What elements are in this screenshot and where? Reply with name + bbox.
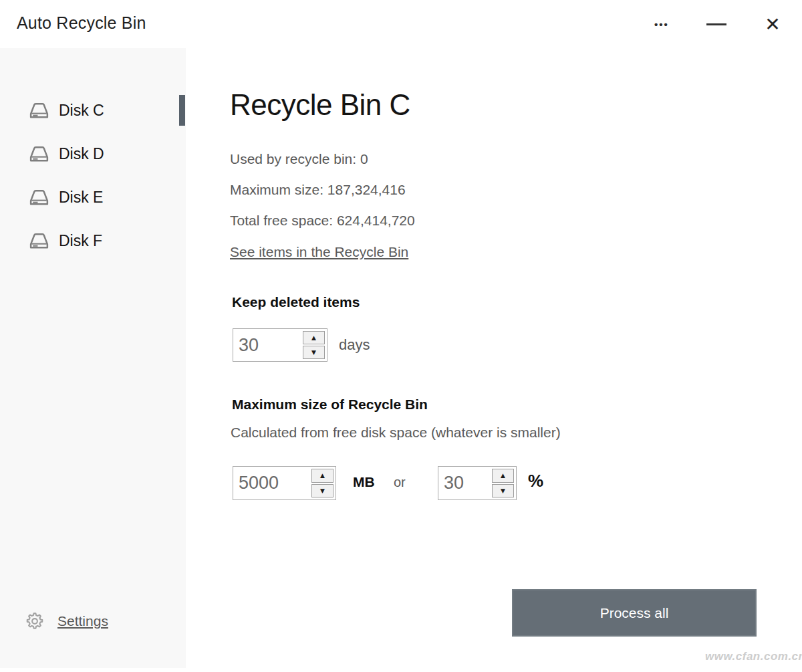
percent-unit-label: % (528, 471, 543, 491)
sidebar-item-label: Disk E (59, 189, 103, 207)
settings-link[interactable]: Settings (57, 613, 108, 629)
mb-input[interactable] (233, 467, 311, 499)
days-spinner: ▲ ▼ (233, 328, 327, 362)
stat-maximum-size: Maximum size: 187,324,416 (230, 182, 406, 198)
close-button[interactable]: ✕ (754, 7, 791, 41)
mb-spinner: ▲ ▼ (233, 466, 336, 500)
maximum-size-description: Calculated from free disk space (whateve… (231, 425, 561, 441)
process-all-button[interactable]: Process all (512, 589, 757, 637)
days-spin-buttons: ▲ ▼ (303, 331, 325, 359)
sidebar-item-disk-f[interactable]: Disk F (0, 220, 186, 261)
disk-icon (28, 144, 50, 163)
sidebar-item-settings[interactable]: Settings (0, 604, 186, 639)
percent-spin-buttons: ▲ ▼ (492, 469, 514, 497)
disk-icon (28, 231, 50, 250)
spin-up-icon[interactable]: ▲ (303, 331, 325, 344)
mb-unit-label: MB (353, 474, 375, 490)
minimize-button[interactable] (698, 7, 735, 41)
stat-used-by-recycle-bin: Used by recycle bin: 0 (230, 151, 368, 167)
percent-spinner: ▲ ▼ (438, 466, 517, 500)
minimize-icon (706, 23, 726, 25)
gear-icon (25, 611, 45, 631)
sidebar-item-disk-c[interactable]: Disk C (0, 90, 186, 131)
spin-up-icon[interactable]: ▲ (311, 469, 333, 483)
maximum-size-label: Maximum size of Recycle Bin (232, 397, 428, 413)
main-panel: Recycle Bin C Used by recycle bin: 0 Max… (186, 48, 802, 672)
days-input[interactable] (233, 329, 303, 361)
watermark: www.cfan.com.cn (705, 650, 799, 663)
titlebar: Auto Recycle Bin ••• ✕ (0, 0, 802, 48)
days-unit-label: days (339, 336, 370, 354)
spin-down-icon[interactable]: ▼ (492, 484, 514, 498)
menu-dots-icon[interactable]: ••• (643, 7, 680, 41)
spin-up-icon[interactable]: ▲ (492, 469, 514, 483)
disk-icon (28, 188, 50, 207)
spin-down-icon[interactable]: ▼ (311, 484, 333, 498)
sidebar-item-label: Disk C (59, 102, 104, 120)
see-items-link[interactable]: See items in the Recycle Bin (230, 244, 408, 260)
keep-deleted-items-label: Keep deleted items (232, 294, 360, 310)
disk-icon (28, 101, 50, 120)
mb-spin-buttons: ▲ ▼ (311, 469, 333, 497)
or-label: or (394, 475, 406, 490)
sidebar-item-disk-d[interactable]: Disk D (0, 133, 186, 175)
spin-down-icon[interactable]: ▼ (303, 346, 325, 359)
stat-total-free-space: Total free space: 624,414,720 (230, 213, 415, 229)
percent-input[interactable] (438, 467, 492, 499)
sidebar-item-label: Disk F (59, 232, 102, 250)
sidebar-item-label: Disk D (59, 145, 104, 163)
sidebar-item-disk-e[interactable]: Disk E (0, 177, 186, 218)
page-title: Recycle Bin C (230, 88, 410, 122)
sidebar: Disk C Disk D Disk E Disk F Settings (0, 48, 186, 668)
app-title: Auto Recycle Bin (17, 13, 146, 33)
